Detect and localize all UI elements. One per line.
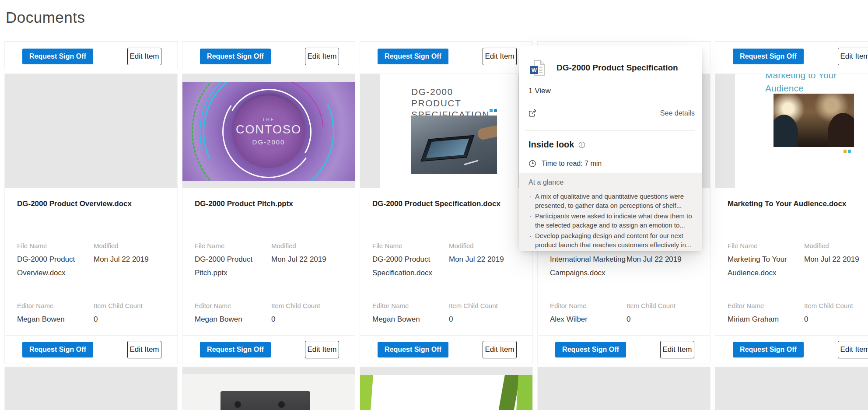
request-sign-off-button[interactable]: Request Sign Off [200, 49, 271, 64]
inside-look-row: Inside look [528, 140, 702, 150]
document-card [715, 367, 868, 410]
field-value-editor-name: Megan Bowen [195, 312, 271, 326]
field-label-editor-name: Editor Name [372, 301, 449, 310]
documents-page: Documents Request Sign Off Edit Item Req… [0, 0, 868, 410]
slide-preview: Marketing to Your Audience [735, 74, 868, 188]
slide-text: DG-2000 [252, 138, 285, 146]
document-thumbnail-spec-doc[interactable]: DG-2000 PRODUCT SPECIFICATION DETAILS AN… [360, 74, 532, 188]
document-title[interactable]: DG-2000 Product Pitch.pptx [195, 199, 343, 209]
clock-icon [528, 160, 536, 168]
field-label-item-child-count: Item Child Count [271, 301, 343, 310]
card-footer-cut: Request Sign Off Edit Item [715, 41, 868, 69]
slide-title: Marketing to Your Audience [765, 74, 868, 95]
edit-item-button[interactable]: Edit Item [127, 48, 161, 65]
field-value-file-name: International Marketing Campaigns.docx [550, 252, 626, 280]
card-footer-cut: Request Sign Off Edit Item [360, 41, 533, 69]
contoso-center-disc: THE CONTOSO DG-2000 [232, 95, 305, 168]
field-label-editor-name: Editor Name [195, 301, 271, 310]
card-footer-cut: Request Sign Off Edit Item [4, 41, 178, 69]
slide-text: THE [262, 117, 275, 122]
request-sign-off-button[interactable]: Request Sign Off [200, 342, 271, 357]
field-value-editor-name: Miriam Graham [728, 312, 804, 326]
green-wedge-left [360, 375, 373, 410]
share-row: See details [519, 103, 702, 123]
at-a-glance-label: At a glance [528, 179, 694, 186]
request-sign-off-button[interactable]: Request Sign Off [733, 342, 804, 357]
document-thumbnail-placeholder[interactable] [5, 74, 177, 188]
document-thumbnail-contoso-dg2000[interactable]: THE CONTOSO DG-2000 [182, 74, 355, 188]
field-label-item-child-count: Item Child Count [626, 301, 698, 310]
tablet-shape [420, 135, 474, 162]
document-card [537, 367, 710, 410]
edit-item-button[interactable]: Edit Item [838, 341, 868, 358]
edit-item-button[interactable]: Edit Item [483, 48, 517, 65]
decorative-squares [844, 150, 851, 153]
slide-text: Audience [765, 82, 868, 95]
inside-look-heading: Inside look [528, 140, 574, 150]
document-thumbnail-green-slide[interactable] [360, 367, 532, 410]
field-value-editor-name: Megan Bowen [17, 312, 94, 326]
request-sign-off-button[interactable]: Request Sign Off [733, 49, 804, 64]
document-card: Marketing to Your Audience Marketing To … [715, 74, 868, 364]
share-icon[interactable] [528, 108, 538, 118]
document-title[interactable]: DG-2000 Product Specification.docx [372, 199, 520, 209]
edit-item-button[interactable]: Edit Item [127, 341, 161, 358]
request-sign-off-button[interactable]: Request Sign Off [22, 342, 93, 357]
request-sign-off-button[interactable]: Request Sign Off [22, 49, 93, 64]
edit-item-button[interactable]: Edit Item [838, 48, 868, 65]
document-card [182, 367, 355, 410]
field-value-file-name: DG-2000 Product Specification.docx [372, 252, 449, 280]
field-value-item-child-count: 0 [271, 312, 343, 326]
document-card [4, 367, 178, 410]
edit-item-button[interactable]: Edit Item [305, 341, 339, 358]
document-title[interactable]: Marketing To Your Audience.docx [728, 199, 868, 209]
card-row-previous: Request Sign Off Edit Item Request Sign … [4, 41, 868, 69]
field-label-editor-name: Editor Name [17, 301, 94, 310]
field-value-modified: Mon Jul 22 2019 [804, 252, 868, 266]
field-value-file-name: Marketing To Your Audience.docx [728, 252, 804, 280]
field-value-modified: Mon Jul 22 2019 [626, 252, 698, 266]
slide-text: CONTOSO [236, 123, 301, 137]
field-label-item-child-count: Item Child Count [449, 301, 520, 310]
request-sign-off-button[interactable]: Request Sign Off [555, 342, 626, 357]
machinery-photo [182, 374, 355, 410]
word-file-icon: W [528, 59, 547, 77]
info-icon[interactable] [578, 141, 585, 148]
purple-flower-image: THE CONTOSO DG-2000 [182, 82, 355, 181]
field-label-modified: Modified [94, 242, 165, 250]
field-value-item-child-count: 0 [94, 312, 165, 326]
glance-bullet: A mix of qualitative and quantitative qu… [528, 192, 694, 210]
document-thumbnail-placeholder[interactable] [5, 367, 177, 410]
document-thumbnail-audience-slide[interactable]: Marketing to Your Audience [715, 74, 868, 188]
card-footer: Request Sign Off Edit Item [538, 335, 710, 364]
hover-card-title: DG-2000 Product Specification [556, 63, 678, 73]
document-title[interactable]: DG-2000 Product Overview.docx [17, 199, 165, 209]
field-label-file-name: File Name [728, 242, 804, 250]
card-footer: Request Sign Off Edit Item [182, 335, 355, 364]
document-thumbnail-placeholder[interactable] [715, 367, 868, 410]
edit-item-button[interactable]: Edit Item [305, 48, 339, 65]
field-value-file-name: DG-2000 Product Overview.docx [17, 252, 94, 280]
field-label-file-name: File Name [17, 242, 94, 250]
document-page-preview: DG-2000 PRODUCT SPECIFICATION DETAILS AN… [380, 74, 518, 188]
edit-item-button[interactable]: Edit Item [483, 341, 517, 358]
field-label-item-child-count: Item Child Count [804, 301, 868, 310]
card-row-main: DG-2000 Product Overview.docx File Name … [4, 74, 868, 364]
request-sign-off-button[interactable]: Request Sign Off [378, 49, 448, 64]
field-value-item-child-count: 0 [449, 312, 520, 326]
document-card: DG-2000 Product Overview.docx File Name … [4, 74, 178, 364]
view-count: 1 View [528, 87, 702, 95]
divider [525, 130, 695, 131]
green-slide-preview [360, 375, 532, 410]
field-label-modified: Modified [449, 242, 520, 250]
green-wedge-dark [486, 375, 520, 410]
document-thumbnail-placeholder[interactable] [538, 367, 710, 410]
field-value-item-child-count: 0 [804, 312, 868, 326]
glance-bullet: Participants were asked to indicate what… [528, 211, 694, 230]
edit-item-button[interactable]: Edit Item [660, 341, 694, 358]
request-sign-off-button[interactable]: Request Sign Off [378, 342, 448, 357]
see-details-link[interactable]: See details [660, 109, 695, 117]
field-label-editor-name: Editor Name [550, 301, 626, 310]
document-thumbnail-machinery[interactable] [182, 367, 355, 410]
hover-card-header: W DG-2000 Product Specification [519, 46, 702, 77]
